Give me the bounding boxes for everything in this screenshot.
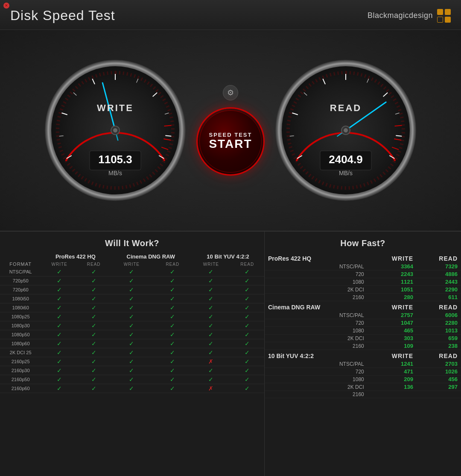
format-cell: 2160p60 — [0, 384, 41, 393]
how-fast-row: 2K DCI10512290 — [265, 286, 461, 294]
check-cell: ✓ — [192, 276, 230, 285]
hf-read-value — [417, 391, 461, 398]
check-icon: ✓ — [129, 376, 134, 383]
hf-write-value: 1121 — [368, 278, 417, 286]
prores-header: ProRes 422 HQ — [41, 253, 110, 261]
check-icon: ✓ — [245, 304, 250, 311]
sub-header-row: FORMAT WRITE READ WRITE READ WRITE READ — [0, 261, 264, 267]
hf-section-name: ProRes 422 HQ — [265, 253, 368, 263]
check-cell: ✓ — [230, 294, 264, 303]
check-icon: ✓ — [245, 295, 250, 302]
check-cell: ✓ — [230, 339, 264, 348]
check-cell: ✓ — [230, 375, 264, 384]
how-fast-row: 2160109238 — [265, 342, 461, 350]
read-label: READ — [330, 103, 362, 113]
will-it-work-table: ProRes 422 HQ Cinema DNG RAW 10 Bit YUV … — [0, 253, 264, 393]
check-icon: ✓ — [57, 304, 62, 311]
write-gauge-svg: WRITE 1105.3 MB/s — [43, 58, 188, 203]
hf-write-value: 2757 — [368, 311, 417, 319]
hf-write-value: 209 — [368, 376, 417, 383]
hf-write-col-header: WRITE — [368, 301, 417, 312]
format-cell: 1080p60 — [0, 339, 41, 348]
hf-read-value: 7329 — [417, 263, 461, 270]
check-icon: ✓ — [129, 286, 134, 293]
settings-button[interactable]: ⚙ — [223, 85, 238, 100]
check-cell: ✓ — [78, 357, 110, 366]
hf-section-header-row: ProRes 422 HQWRITEREAD — [265, 253, 461, 263]
check-icon: ✓ — [170, 376, 175, 383]
app-header: ✕ Disk Speed Test Blackmagicdesign — [0, 0, 461, 30]
hf-row-label: NTSC/PAL — [265, 360, 368, 368]
how-fast-row: 7204711026 — [265, 368, 461, 376]
check-icon: ✓ — [129, 340, 134, 347]
format-cell: 1080i50 — [0, 294, 41, 303]
check-icon: ✓ — [245, 358, 250, 365]
check-icon: ✓ — [129, 358, 134, 365]
check-cell: ✓ — [230, 330, 264, 339]
hf-read-col-header: READ — [417, 301, 461, 312]
check-cell: ✓ — [230, 303, 264, 312]
check-icon: ✓ — [245, 286, 250, 293]
check-cell: ✓ — [110, 321, 153, 330]
format-cell: 1080i60 — [0, 303, 41, 312]
how-fast-row: 72022434886 — [265, 270, 461, 278]
will-it-work-row: 2160p60✓✓✓✓✗✓ — [0, 384, 264, 393]
hf-row-label: NTSC/PAL — [265, 311, 368, 319]
check-cell: ✓ — [110, 303, 153, 312]
check-cell: ✓ — [153, 276, 192, 285]
how-fast-row: NTSC/PAL33647329 — [265, 263, 461, 270]
data-area: Will It Work? ProRes 422 HQ Cinema DNG R… — [0, 231, 461, 476]
hf-write-value: 471 — [368, 368, 417, 376]
check-icon: ✓ — [57, 340, 62, 347]
start-button[interactable]: SPEED TEST START — [196, 107, 265, 176]
check-cell: ✓ — [230, 384, 264, 393]
check-cell: ✓ — [78, 384, 110, 393]
check-icon: ✓ — [129, 349, 134, 356]
hf-row-label: 2160 — [265, 294, 368, 301]
check-cell: ✓ — [110, 384, 153, 393]
check-icon: ✓ — [208, 313, 213, 320]
check-icon: ✓ — [91, 322, 96, 329]
check-icon: ✓ — [245, 376, 250, 383]
how-fast-row: 10804651013 — [265, 327, 461, 335]
prores-write-header: WRITE — [41, 261, 78, 267]
check-icon: ✓ — [91, 331, 96, 338]
check-cell: ✓ — [192, 294, 230, 303]
will-it-work-row: 1080p50✓✓✓✓✓✓ — [0, 330, 264, 339]
check-icon: ✓ — [170, 268, 175, 275]
will-it-work-row: 2160p30✓✓✓✓✓✓ — [0, 366, 264, 375]
check-cell: ✓ — [192, 348, 230, 357]
check-cell: ✓ — [153, 357, 192, 366]
hf-write-value — [368, 391, 417, 398]
hf-read-value: 456 — [417, 376, 461, 383]
check-icon: ✓ — [57, 385, 62, 392]
check-cell: ✓ — [192, 375, 230, 384]
check-icon: ✓ — [245, 367, 250, 374]
how-fast-section: How Fast? ProRes 422 HQWRITEREADNTSC/PAL… — [265, 232, 461, 476]
check-cell: ✓ — [110, 276, 153, 285]
check-icon: ✓ — [245, 313, 250, 320]
close-button[interactable]: ✕ — [3, 3, 9, 9]
check-icon: ✓ — [129, 331, 134, 338]
check-icon: ✓ — [208, 277, 213, 284]
check-icon: ✓ — [91, 277, 96, 284]
will-it-work-row: 1080p60✓✓✓✓✓✓ — [0, 339, 264, 348]
check-cell: ✓ — [41, 348, 78, 357]
brand-sq1 — [437, 9, 443, 15]
hf-read-col-header: READ — [417, 253, 461, 263]
check-cell: ✓ — [41, 294, 78, 303]
hf-section-name: Cinema DNG RAW — [265, 301, 368, 312]
will-it-work-row: 1080p30✓✓✓✓✓✓ — [0, 321, 264, 330]
check-cell: ✓ — [230, 276, 264, 285]
yuv-header: 10 Bit YUV 4:2:2 — [192, 253, 264, 261]
start-label-small: SPEED TEST — [209, 132, 252, 138]
how-fast-row: 72010472280 — [265, 319, 461, 327]
how-fast-row: 2K DCI136297 — [265, 383, 461, 391]
how-fast-row: 2K DCI303659 — [265, 335, 461, 342]
check-cell: ✓ — [78, 276, 110, 285]
check-cell: ✓ — [110, 330, 153, 339]
check-icon: ✓ — [208, 340, 213, 347]
format-label: FORMAT — [0, 261, 41, 267]
format-cell: 2K DCI 25 — [0, 348, 41, 357]
check-icon: ✓ — [245, 277, 250, 284]
